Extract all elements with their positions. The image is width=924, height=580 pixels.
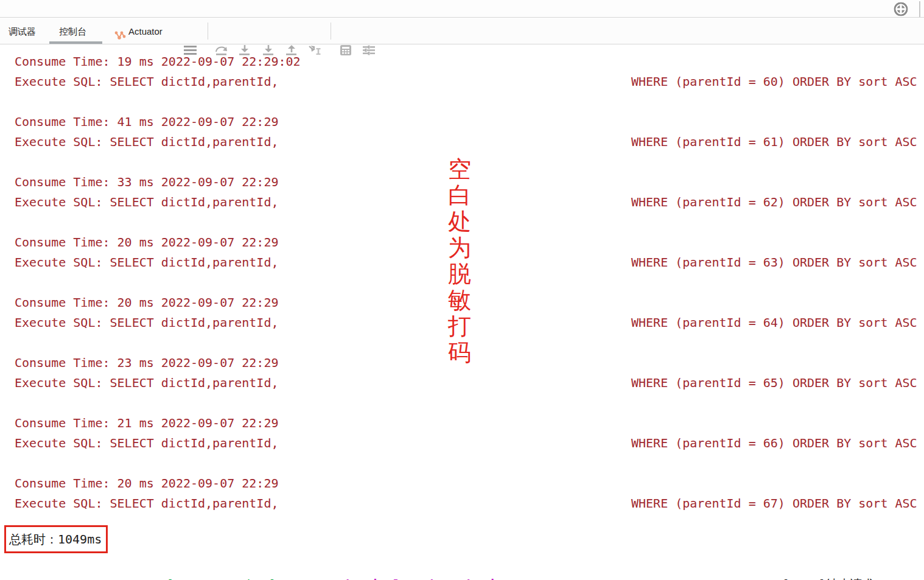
tab-debugger[interactable]: 调试器 (9, 18, 36, 44)
consume-time-line: Consume Time: 23 ms 2022-09-07 22:29 (15, 353, 278, 373)
execute-sql-line: Execute SQL: SELECT dictId,parentId, (15, 313, 278, 333)
where-clause-line: WHERE (parentId = 63) ORDER BY sort ASC (631, 253, 917, 273)
where-clause-line: WHERE (parentId = 64) ORDER BY sort ASC (631, 313, 917, 333)
active-tab-underline (49, 41, 102, 44)
execute-sql-line: Execute SQL: SELECT dictId,parentId, (15, 192, 278, 212)
where-clause-line: WHERE (parentId = 67) ORDER BY sort ASC (631, 494, 917, 514)
tab-actuator[interactable]: Actuator (114, 18, 163, 44)
log-level: DEBUG (284, 577, 327, 580)
log-thread: [XNIO-1 task-1] (166, 577, 284, 580)
toolbar-separator (331, 23, 331, 40)
where-clause-line: WHERE (parentId = 62) ORDER BY sort ASC (631, 192, 917, 212)
execute-sql-line: Execute SQL: SELECT dictId,parentId, (15, 72, 278, 92)
sql-log-group: Consume Time: 19 ms 2022-09-07 22:29:02 … (0, 52, 924, 92)
total-time-label: 总耗时： (9, 531, 58, 548)
attach-target-icon[interactable] (892, 1, 909, 18)
debug-log-line: 2022-09-07 22:29:02 [XNIO-1 task-1] DEBU… (5, 554, 924, 575)
consume-time-line: Consume Time: 20 ms 2022-09-07 22:29 (15, 232, 278, 253)
where-clause-line: WHERE (parentId = 61) ORDER BY sort ASC (631, 132, 917, 152)
execute-sql-line: Execute SQL: SELECT dictId,parentId, (15, 373, 278, 393)
debug-tool-window-tab-bar: 调试器 控制台 Actuator (0, 18, 924, 44)
sql-log-group: Consume Time: 21 ms 2022-09-07 22:29 Exe… (0, 413, 924, 453)
where-clause-line: WHERE (parentId = 60) ORDER BY sort ASC (631, 72, 917, 92)
consume-time-line: Consume Time: 33 ms 2022-09-07 22:29 (15, 172, 278, 192)
total-time-value: 1049ms (58, 532, 102, 547)
where-clause-line: WHERE (parentId = 65) ORDER BY sort ASC (631, 373, 917, 393)
sql-log-group: Consume Time: 41 ms 2022-09-07 22:29 Exe… (0, 112, 924, 152)
consume-time-line: Consume Time: 19 ms 2022-09-07 22:29:02 (15, 52, 301, 72)
execute-sql-line: Execute SQL: SELECT dictId,parentId, (15, 494, 278, 514)
execute-sql-line: Execute SQL: SELECT dictId,parentId, (15, 132, 278, 152)
log-message: - <0><11244990691475520> [PLUS]结束请求 => U… (591, 577, 924, 580)
execute-sql-line: Execute SQL: SELECT dictId,parentId, (15, 253, 278, 273)
redaction-watermark-text: 空白处为脱敏打码 (446, 156, 474, 366)
scrollbar[interactable] (919, 1, 920, 17)
consume-time-line: Consume Time: 20 ms 2022-09-07 22:29 (15, 293, 278, 313)
tab-console[interactable]: 控制台 (59, 18, 86, 44)
total-time-annotation-box: 总耗时：1049ms (4, 525, 108, 553)
log-timestamp: 2022-09-07 22:29:02 (19, 577, 166, 580)
tab-actuator-label: Actuator (128, 26, 163, 37)
execute-sql-line: Execute SQL: SELECT dictId,parentId, (15, 433, 278, 453)
consume-time-line: Consume Time: 41 ms 2022-09-07 22:29 (15, 112, 278, 132)
consume-time-line: Consume Time: 21 ms 2022-09-07 22:29 (15, 413, 278, 433)
window-top-strip (0, 0, 924, 18)
consume-time-line: Consume Time: 20 ms 2022-09-07 22:29 (15, 473, 278, 494)
log-logger: c.d.c.i.PlusWebInvokeTimeInterceptor (327, 577, 591, 580)
actuator-icon (114, 25, 127, 51)
sql-log-group: Consume Time: 20 ms 2022-09-07 22:29 Exe… (0, 473, 924, 514)
where-clause-line: WHERE (parentId = 66) ORDER BY sort ASC (631, 433, 917, 453)
toolbar-separator (208, 23, 208, 40)
